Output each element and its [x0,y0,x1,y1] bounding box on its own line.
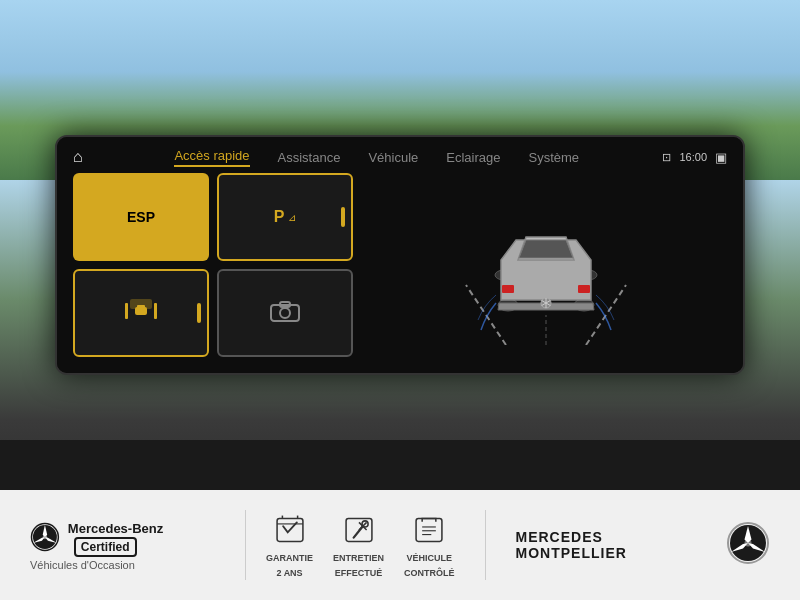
service-icon [340,511,378,549]
message-icon: ▣ [715,150,727,165]
dealer-name: MERCEDES MONTPELLIER [516,529,707,561]
svg-rect-4 [137,305,145,310]
nav-eclairage[interactable]: Eclairage [446,150,500,165]
camera-button[interactable] [217,269,353,357]
service-label-1: ENTRETIEN [333,553,384,564]
guarantee-label-1: GARANTIE [266,553,313,564]
svg-rect-1 [154,303,157,319]
svg-line-9 [586,285,626,345]
parking-button[interactable]: P ⊿ [217,173,353,261]
mercedes-star-icon [30,521,60,553]
home-icon[interactable]: ⌂ [73,148,91,166]
screen-content: ESP P ⊿ [73,173,727,357]
dealer-bar: Mercedes-Benz Certified Véhicules d'Occa… [0,490,800,600]
certified-badge: Certified [74,537,137,557]
guarantee-icon [271,511,309,549]
nav-assistance[interactable]: Assistance [278,150,341,165]
divider-1 [245,510,246,580]
parking-indicator [341,207,345,227]
car-diagram [446,185,646,345]
mb-certified-section: Mercedes-Benz Certified Véhicules d'Occa… [30,519,225,571]
occasion-label: Véhicules d'Occasion [30,559,135,571]
nav-acces-rapide[interactable]: Accès rapide [174,148,249,167]
divider-2 [485,510,486,580]
screen-status: ⊡ 16:00 ▣ [662,150,727,165]
svg-point-26 [43,535,47,539]
svg-point-6 [280,308,290,318]
check-icon [410,511,448,549]
nav-vehicule[interactable]: Véhicule [368,150,418,165]
service-label-2: EFFECTUÉ [335,568,383,579]
service-badge: ENTRETIEN EFFECTUÉ [333,511,384,579]
mercedes-star-right-icon [726,521,770,565]
lane-indicator [197,303,201,323]
nav-systeme[interactable]: Système [529,150,580,165]
parking-symbol: ⊿ [288,212,296,223]
guarantee-badge: GARANTIE 2 ANS [266,511,313,579]
parking-icon: P [274,208,285,226]
car-visualization [365,173,727,357]
camera-icon [267,297,303,330]
screen-nav: Accès rapide Assistance Véhicule Eclaira… [91,148,662,167]
check-label-2: CONTRÔLÉ [404,568,455,579]
guarantee-label-2: 2 ANS [276,568,302,579]
quick-buttons-grid: ESP P ⊿ [73,173,353,357]
dealer-badges: GARANTIE 2 ANS ENTRETIEN EFFECTUÉ [266,511,455,579]
svg-rect-15 [502,285,514,293]
screen-topbar: ⌂ Accès rapide Assistance Véhicule Eclai… [73,145,727,169]
mb-logo-right [726,521,770,569]
svg-rect-16 [578,285,590,293]
lane-assist-button[interactable] [73,269,209,357]
svg-point-44 [745,540,752,547]
battery-icon: ⊡ [662,151,671,164]
mb-certified-logo: Mercedes-Benz Certified [30,519,225,555]
svg-rect-35 [416,519,442,542]
svg-line-8 [466,285,506,345]
esp-button[interactable]: ESP [73,173,209,261]
check-label-1: VÉHICULE [407,553,453,564]
svg-rect-0 [125,303,128,319]
brand-name: Mercedes-Benz Certified [68,519,225,555]
status-time: 16:00 [679,151,707,163]
lane-icon [123,297,159,330]
check-badge: VÉHICULE CONTRÔLÉ [404,511,455,579]
infotainment-screen: ⌂ Accès rapide Assistance Véhicule Eclai… [55,135,745,375]
